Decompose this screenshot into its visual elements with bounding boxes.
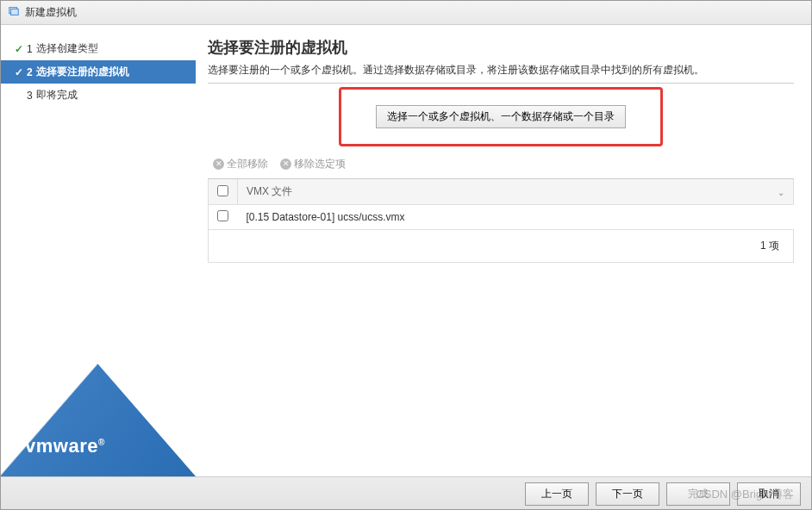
remove-icon: ✕ bbox=[213, 159, 224, 170]
step-num: 1 bbox=[27, 43, 33, 55]
select-all-checkbox[interactable] bbox=[217, 185, 228, 196]
titlebar: 新建虚拟机 bbox=[1, 1, 811, 25]
chevron-down-icon: ⌄ bbox=[778, 187, 784, 196]
remove-all-label: 全部移除 bbox=[227, 157, 268, 171]
remove-all-action[interactable]: ✕ 全部移除 bbox=[213, 157, 268, 171]
table-row[interactable]: [0.15 Datastore-01] ucss/ucss.vmx bbox=[209, 205, 794, 230]
check-icon: ✓ bbox=[15, 66, 23, 78]
back-button[interactable]: 上一页 bbox=[525, 482, 589, 506]
step-2[interactable]: ✓ 2 选择要注册的虚拟机 bbox=[1, 60, 196, 84]
step-1[interactable]: ✓ 1 选择创建类型 bbox=[1, 37, 196, 60]
wizard-sidebar: ✓ 1 选择创建类型 ✓ 2 选择要注册的虚拟机 3 即将完成 vmware® bbox=[1, 25, 196, 476]
remove-selected-action[interactable]: ✕ 移除选定项 bbox=[280, 157, 346, 171]
step-num: 3 bbox=[27, 90, 33, 102]
check-icon: ✓ bbox=[15, 43, 23, 55]
vmware-logo: vmware® bbox=[25, 435, 105, 457]
step-label: 选择创建类型 bbox=[36, 41, 98, 56]
window-title: 新建虚拟机 bbox=[25, 5, 77, 20]
divider bbox=[208, 83, 794, 84]
page-heading: 选择要注册的虚拟机 bbox=[208, 37, 794, 58]
actions-row: ✕ 全部移除 ✕ 移除选定项 bbox=[208, 155, 794, 178]
vmx-header-label: VMX 文件 bbox=[247, 185, 292, 197]
select-vm-button[interactable]: 选择一个或多个虚拟机、一个数据存储或一个目录 bbox=[376, 105, 626, 128]
remove-icon: ✕ bbox=[280, 159, 291, 170]
table-header-row: VMX 文件 ⌄ bbox=[209, 179, 794, 205]
cancel-button[interactable]: 取消 bbox=[737, 482, 801, 506]
next-button[interactable]: 下一页 bbox=[596, 482, 659, 506]
finish-button: 完成 bbox=[666, 482, 730, 506]
select-all-header[interactable] bbox=[209, 179, 238, 205]
vm-icon bbox=[8, 5, 20, 20]
vm-table: VMX 文件 ⌄ [0.15 Datastore-01] ucss/ucss.v… bbox=[208, 178, 794, 263]
svg-rect-1 bbox=[11, 9, 19, 15]
select-highlight-box: 选择一个或多个虚拟机、一个数据存储或一个目录 bbox=[339, 87, 663, 146]
page-subtitle: 选择要注册的一个或多个虚拟机。通过选择数据存储或目录，将注册该数据存储或目录中找… bbox=[208, 63, 794, 78]
content-area: ✓ 1 选择创建类型 ✓ 2 选择要注册的虚拟机 3 即将完成 vmware® … bbox=[1, 25, 811, 476]
step-3[interactable]: 3 即将完成 bbox=[1, 84, 196, 107]
vmx-cell: [0.15 Datastore-01] ucss/ucss.vmx bbox=[238, 205, 794, 230]
step-list: ✓ 1 选择创建类型 ✓ 2 选择要注册的虚拟机 3 即将完成 bbox=[1, 37, 196, 107]
step-num: 2 bbox=[27, 66, 33, 78]
step-label: 即将完成 bbox=[36, 88, 78, 103]
remove-selected-label: 移除选定项 bbox=[294, 157, 346, 171]
row-count: 1 项 bbox=[760, 239, 779, 252]
row-checkbox[interactable] bbox=[217, 210, 228, 221]
vmx-column-header[interactable]: VMX 文件 ⌄ bbox=[238, 179, 794, 205]
table-footer: 1 项 bbox=[208, 230, 794, 263]
main-panel: 选择要注册的虚拟机 选择要注册的一个或多个虚拟机。通过选择数据存储或目录，将注册… bbox=[196, 25, 811, 476]
wizard-footer: 上一页 下一页 完成 取消 CSDN @Bright博客 bbox=[1, 476, 811, 510]
step-label: 选择要注册的虚拟机 bbox=[36, 65, 129, 79]
